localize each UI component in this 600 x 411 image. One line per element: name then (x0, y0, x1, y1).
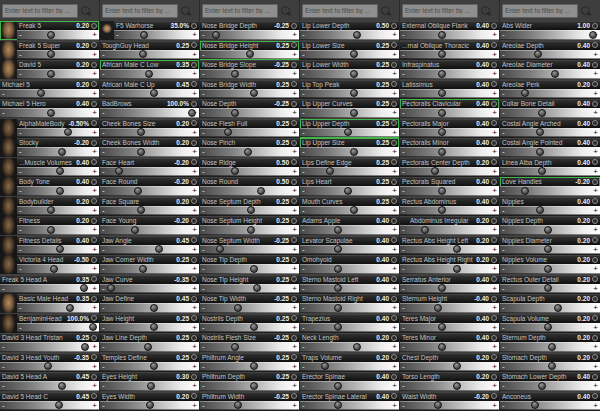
increment-button[interactable]: + (392, 128, 397, 137)
parameter-slider[interactable]: -+ (500, 264, 600, 274)
parameter-value[interactable]: 1.00 (577, 21, 590, 30)
morph-thumbnail[interactable] (0, 236, 17, 255)
filter-input[interactable] (502, 4, 578, 18)
parameter-slider[interactable]: -+ (17, 128, 99, 138)
dial-icon[interactable] (491, 276, 497, 282)
decrement-button[interactable]: - (102, 186, 105, 195)
increment-button[interactable]: + (192, 225, 197, 234)
parameter-slider[interactable]: -+ (0, 284, 99, 294)
dial-icon[interactable] (592, 296, 598, 302)
filter-input[interactable] (102, 4, 178, 18)
morph-thumbnail[interactable] (0, 138, 17, 157)
parameter-slider[interactable]: -+ (0, 89, 99, 99)
slider-knob[interactable] (521, 89, 529, 97)
increment-button[interactable]: + (392, 303, 397, 312)
parameter-value[interactable]: 0.45 (76, 372, 89, 381)
morph-thumbnail[interactable] (0, 255, 17, 274)
parameter-value[interactable]: 0.40 (577, 158, 590, 167)
slider-knob[interactable] (56, 245, 64, 253)
decrement-button[interactable]: - (502, 89, 505, 98)
decrement-button[interactable]: - (402, 245, 405, 254)
dial-icon[interactable] (191, 23, 197, 29)
slider-knob[interactable] (453, 245, 461, 253)
slider-knob[interactable] (144, 343, 152, 351)
dial-icon[interactable] (391, 159, 397, 165)
parameter-slider[interactable]: -+ (300, 206, 399, 216)
increment-button[interactable]: + (192, 381, 197, 390)
decrement-button[interactable]: - (302, 342, 305, 351)
decrement-button[interactable]: - (302, 245, 305, 254)
dial-icon[interactable] (391, 42, 397, 48)
dial-icon[interactable] (191, 257, 197, 263)
parameter-slider[interactable]: -+ (100, 401, 199, 411)
decrement-button[interactable]: - (102, 206, 105, 215)
dial-icon[interactable] (491, 315, 497, 321)
parameter-value[interactable]: 100.0% (167, 99, 189, 108)
slider-knob[interactable] (56, 167, 64, 175)
decrement-button[interactable]: - (102, 225, 105, 234)
parameter-value[interactable]: 0.20 (577, 216, 590, 225)
decrement-button[interactable]: - (202, 167, 205, 176)
decrement-button[interactable]: - (502, 225, 505, 234)
parameter-value[interactable]: 0.25 (176, 353, 189, 362)
slider-knob[interactable] (438, 89, 446, 97)
parameter-value[interactable]: 0.45 (176, 294, 189, 303)
parameter-value[interactable]: 0.40 (376, 216, 389, 225)
decrement-button[interactable]: - (102, 342, 105, 351)
slider-knob[interactable] (150, 323, 158, 331)
parameter-value[interactable]: 0.40 (376, 372, 389, 381)
dial-icon[interactable] (391, 315, 397, 321)
dial-icon[interactable] (291, 62, 297, 68)
dial-icon[interactable] (91, 276, 97, 282)
slider-knob[interactable] (58, 382, 66, 390)
parameter-value[interactable]: 0.20 (376, 333, 389, 342)
slider-knob[interactable] (438, 187, 446, 195)
slider-knob[interactable] (589, 31, 597, 39)
dial-icon[interactable] (91, 335, 97, 341)
parameter-slider[interactable]: -+ (300, 225, 399, 235)
slider-knob[interactable] (231, 167, 239, 175)
dial-icon[interactable] (592, 159, 598, 165)
parameter-slider[interactable]: -+ (400, 186, 499, 196)
dial-icon[interactable] (91, 237, 97, 243)
parameter-value[interactable]: -0.20 (74, 138, 89, 147)
parameter-value[interactable]: 0.25 (276, 41, 289, 50)
increment-button[interactable]: + (292, 362, 297, 371)
parameter-value[interactable]: 0.25 (376, 158, 389, 167)
dial-icon[interactable] (391, 101, 397, 107)
slider-knob[interactable] (66, 304, 74, 312)
dial-icon[interactable] (592, 42, 598, 48)
slider-knob[interactable] (47, 206, 55, 214)
slider-knob[interactable] (146, 401, 154, 409)
increment-button[interactable]: + (593, 128, 598, 137)
slider-knob[interactable] (350, 50, 358, 58)
slider-knob[interactable] (438, 128, 446, 136)
parameter-slider[interactable]: -+ (400, 147, 499, 157)
decrement-button[interactable]: - (202, 108, 205, 117)
slider-knob[interactable] (350, 89, 358, 97)
dial-icon[interactable] (391, 276, 397, 282)
increment-button[interactable]: + (92, 206, 97, 215)
slider-knob[interactable] (538, 109, 546, 117)
decrement-button[interactable]: - (102, 264, 105, 273)
increment-button[interactable]: + (92, 362, 97, 371)
increment-button[interactable]: + (192, 69, 197, 78)
slider-knob[interactable] (140, 31, 148, 39)
parameter-slider[interactable]: -+ (500, 225, 600, 235)
parameter-value[interactable]: -0.20 (575, 177, 590, 186)
slider-knob[interactable] (334, 304, 342, 312)
decrement-button[interactable]: - (302, 264, 305, 273)
parameter-slider[interactable]: -+ (300, 186, 399, 196)
slider-knob[interactable] (538, 382, 546, 390)
dial-icon[interactable] (391, 354, 397, 360)
slider-knob[interactable] (350, 109, 358, 117)
parameter-value[interactable]: 0.25 (376, 197, 389, 206)
decrement-button[interactable]: - (19, 147, 22, 156)
parameter-slider[interactable]: -+ (100, 284, 199, 294)
parameter-slider[interactable]: -+ (200, 264, 299, 274)
dial-icon[interactable] (391, 120, 397, 126)
decrement-button[interactable]: - (402, 147, 405, 156)
parameter-value[interactable]: 0.25 (376, 41, 389, 50)
parameter-value[interactable]: -0.35 (174, 275, 189, 284)
parameter-slider[interactable]: -+ (400, 167, 499, 177)
